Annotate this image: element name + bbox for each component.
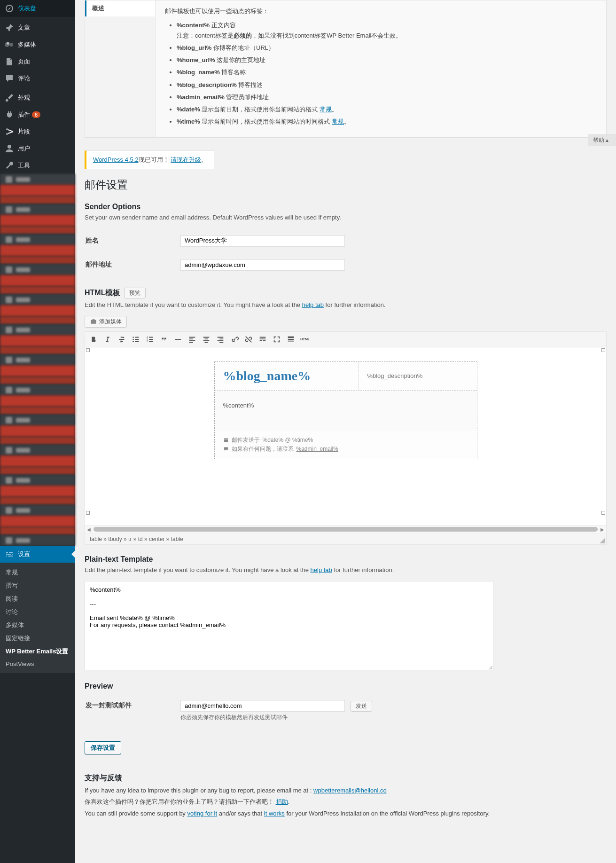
feedback-line-1: If you have any idea to improve this plu… — [85, 787, 607, 794]
svg-text:3: 3 — [147, 340, 148, 343]
chat-icon — [223, 446, 229, 452]
html-template-heading: HTML模板预览 — [85, 288, 607, 298]
media-icon — [5, 40, 14, 49]
menu-dashboard[interactable]: 仪表盘 — [0, 0, 75, 17]
it-works-link[interactable]: it works — [264, 810, 285, 817]
feedback-heading: 支持与反馈 — [85, 773, 607, 783]
submenu-writing[interactable]: 撰写 — [0, 579, 75, 592]
submenu-media[interactable]: 多媒体 — [0, 619, 75, 632]
more-button[interactable] — [256, 333, 269, 345]
menu-snippets[interactable]: 片段 — [0, 123, 75, 140]
menu-pages[interactable]: 页面 — [0, 53, 75, 70]
page-icon — [5, 57, 14, 66]
feedback-line-2: 你喜欢这个插件吗？你把它用在你的业务上了吗？请捐助一下作者吧！ 捐助. — [85, 798, 607, 806]
numbered-list-button[interactable]: 123 — [143, 333, 156, 345]
help-tag-item: %blog_name% 博客名称 — [177, 67, 597, 78]
menu-media[interactable]: 多媒体 — [0, 36, 75, 53]
sender-options-desc: Set your own sender name and email addre… — [85, 214, 607, 221]
wordpress-version-link[interactable]: WordPress 4.5.2 — [93, 156, 139, 163]
align-right-button[interactable] — [214, 333, 227, 345]
send-test-button[interactable]: 发送 — [351, 701, 372, 712]
settings-submenu: 常规 撰写 阅读 讨论 多媒体 固定链接 WP Better Emails设置 … — [0, 563, 75, 673]
plugin-icon — [5, 110, 14, 119]
menu-label: 工具 — [18, 161, 30, 170]
strikethrough-button[interactable] — [115, 333, 128, 345]
help-tag-item: %content% 正文内容注意：content标签是必须的，如果没有找到con… — [177, 20, 597, 41]
help-tab-overview[interactable]: 概述 — [85, 0, 155, 16]
help-toggle-button[interactable]: 帮助 ▴ — [588, 134, 616, 146]
html-template-desc: Edit the HTML template if you want to cu… — [85, 301, 607, 308]
upgrade-now-link[interactable]: 请现在升级 — [171, 156, 201, 163]
preview-content: %content% — [215, 391, 477, 431]
align-center-button[interactable] — [200, 333, 213, 345]
preview-blog-name: %blog_name% — [215, 362, 359, 390]
comment-icon — [5, 74, 14, 83]
svg-point-2 — [6, 133, 8, 135]
menu-label: 文章 — [18, 24, 30, 32]
menu-comments[interactable]: 评论 — [0, 70, 75, 87]
editor-canvas[interactable]: %blog_name% %blog_description% %content%… — [85, 347, 606, 525]
author-email-link[interactable]: wpbetteremails@helloni.co — [313, 787, 387, 794]
update-nag: WordPress 4.5.2现已可用！ 请现在升级。 — [85, 150, 214, 169]
sliders-icon — [5, 549, 14, 559]
menu-appearance[interactable]: 外观 — [0, 89, 75, 106]
submenu-permalinks[interactable]: 固定链接 — [0, 632, 75, 645]
italic-button[interactable] — [101, 333, 114, 345]
help-tags-list: %content% 正文内容注意：content标签是必须的，如果没有找到con… — [177, 20, 597, 127]
feedback-line-3: You can still provide some support by vo… — [85, 810, 607, 817]
scissors-icon — [5, 127, 14, 136]
help-tab-link[interactable]: help tab — [302, 301, 324, 308]
plaintext-help-link[interactable]: help tab — [311, 566, 332, 573]
admin-email-link[interactable]: %admin_email% — [296, 446, 338, 452]
blockquote-button[interactable] — [157, 333, 171, 345]
sender-email-input[interactable] — [180, 259, 345, 271]
svg-point-5 — [133, 339, 134, 340]
fullscreen-button[interactable] — [270, 333, 283, 345]
sender-name-label: 姓名 — [86, 229, 179, 252]
submenu-postviews[interactable]: PostViews — [0, 658, 75, 670]
menu-plugins[interactable]: 插件6 — [0, 106, 75, 123]
submenu-general[interactable]: 常规 — [0, 566, 75, 579]
editor-scrollbar[interactable]: ◀▶ — [85, 525, 606, 533]
submenu-wp-better-emails[interactable]: WP Better Emails设置 — [0, 645, 75, 658]
user-icon — [5, 144, 14, 153]
html-preview-button[interactable]: 预览 — [124, 288, 146, 298]
preview-footer-date: 邮件发送于 %date% @ %time% — [223, 436, 468, 444]
preview-footer-contact: 如果有任何问题，请联系 %admin_email% — [223, 445, 468, 453]
contextual-help-panel: 概述 邮件模板也可以使用一些动态的标签： %content% 正文内容注意：co… — [85, 0, 607, 138]
plugins-update-badge: 6 — [32, 111, 40, 118]
unlink-button[interactable] — [242, 333, 255, 345]
editor-path: table » tbody » tr » td » center » table — [85, 533, 606, 544]
preview-blog-desc: %blog_description% — [359, 362, 476, 390]
bold-button[interactable] — [87, 333, 100, 345]
bullet-list-button[interactable] — [129, 333, 142, 345]
vote-link[interactable]: voting for it — [187, 810, 217, 817]
plaintext-textarea[interactable] — [85, 581, 493, 670]
html-mode-button[interactable]: HTML — [298, 333, 312, 345]
preview-heading: Preview — [85, 682, 607, 690]
html-editor: 123 HTML %blog_name% %blog_description% … — [85, 331, 607, 545]
align-left-button[interactable] — [186, 333, 199, 345]
link-button[interactable] — [228, 333, 241, 345]
help-tag-item: %time% 显示当前时间，格式使用你当前网站的时间格式 常规。 — [177, 117, 597, 127]
dashboard-icon — [5, 4, 14, 13]
blurred-menu-section — [0, 174, 75, 546]
plaintext-heading: Plain-text Template — [85, 555, 607, 564]
menu-settings[interactable]: 设置 — [0, 546, 75, 563]
submenu-reading[interactable]: 阅读 — [0, 592, 75, 605]
sender-name-input[interactable] — [180, 235, 345, 247]
hr-button[interactable] — [172, 333, 185, 345]
sender-email-label: 邮件地址 — [86, 253, 179, 276]
toolbar-toggle-button[interactable] — [284, 333, 297, 345]
menu-tools[interactable]: 工具 — [0, 157, 75, 174]
sender-options-heading: Sender Options — [85, 203, 607, 211]
brush-icon — [5, 93, 14, 102]
submenu-discussion[interactable]: 讨论 — [0, 605, 75, 619]
add-media-button[interactable]: 添加媒体 — [85, 316, 127, 328]
menu-posts[interactable]: 文章 — [0, 19, 75, 36]
svg-rect-12 — [224, 439, 227, 442]
menu-users[interactable]: 用户 — [0, 140, 75, 157]
test-email-input[interactable] — [180, 700, 345, 712]
save-settings-button[interactable]: 保存设置 — [85, 741, 121, 754]
donate-link[interactable]: 捐助 — [276, 798, 288, 805]
